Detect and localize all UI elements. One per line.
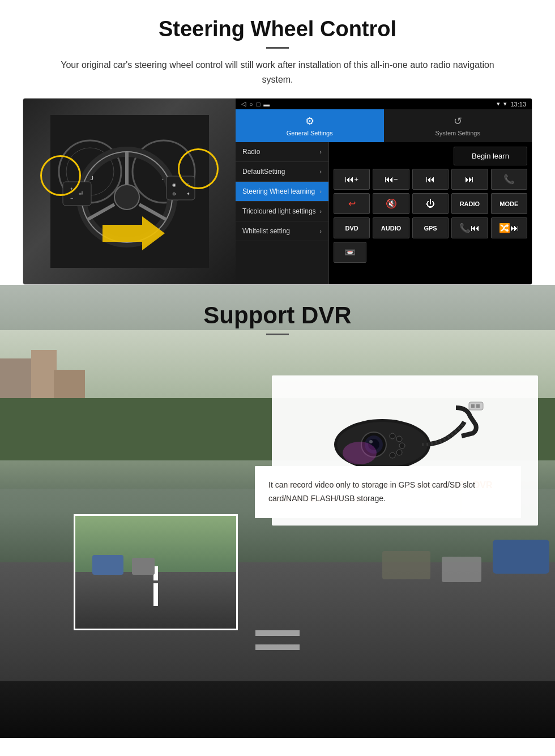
menu-defaultsetting-label: DefaultSetting xyxy=(242,168,285,176)
general-settings-icon: ⚙ xyxy=(305,115,314,127)
nav-menu: ▬ xyxy=(263,101,270,108)
android-tabs: ⚙ General Settings ↺ System Settings xyxy=(236,109,532,142)
chevron-icon: › xyxy=(319,208,322,215)
svg-marker-21 xyxy=(103,216,165,250)
steering-photo: 80 3 + − ⏎ ◉ ≡ xyxy=(23,99,236,284)
dashboard-bottom xyxy=(0,681,555,738)
svg-text:⊚: ⊚ xyxy=(172,191,176,197)
steering-title: Steering Wheel Control xyxy=(23,17,532,41)
dvr-thumbnail xyxy=(74,514,238,630)
ctrl-next-track[interactable]: ⏭ xyxy=(451,169,488,190)
menu-tricoloured[interactable]: Tricoloured light settings › xyxy=(236,202,328,221)
svg-text:◉: ◉ xyxy=(172,182,176,187)
ctrl-answer-call[interactable]: 📞 xyxy=(491,169,527,190)
svg-point-34 xyxy=(396,450,402,455)
chevron-icon: › xyxy=(319,188,322,195)
chevron-icon: › xyxy=(319,228,322,234)
nav-home: ○ xyxy=(249,101,253,108)
ctrl-gps[interactable]: GPS xyxy=(412,217,449,238)
android-statusbar: ◁ ○ □ ▬ ▾ ▾ 13:13 xyxy=(236,99,532,109)
ctrl-vol-up[interactable]: ⏮+ xyxy=(334,169,370,190)
signal-icon: ▾ xyxy=(497,100,500,108)
dvr-camera-svg xyxy=(326,391,484,476)
ctrl-vol-down[interactable]: ⏮− xyxy=(373,169,409,190)
svg-point-30 xyxy=(369,440,373,443)
menu-defaultsetting[interactable]: DefaultSetting › xyxy=(236,162,328,182)
dvr-camera-image xyxy=(285,388,524,479)
svg-point-32 xyxy=(396,436,402,442)
system-settings-icon: ↺ xyxy=(454,115,462,127)
nav-back: ◁ xyxy=(241,100,246,108)
dvr-thumb-inner xyxy=(75,516,236,629)
ctrl-audio[interactable]: AUDIO xyxy=(373,217,409,238)
tab-system-label: System Settings xyxy=(436,130,480,136)
menu-whitelist[interactable]: Whitelist setting › xyxy=(236,221,328,241)
right-highlight-circle xyxy=(178,148,219,189)
steering-demo: 80 3 + − ⏎ ◉ ≡ xyxy=(23,98,532,285)
ctrl-radio[interactable]: RADIO xyxy=(451,193,488,214)
ctrl-prev-track[interactable]: ⏮ xyxy=(412,169,449,190)
svg-point-8 xyxy=(114,185,139,210)
begin-learn-button[interactable]: Begin learn xyxy=(454,147,527,165)
menu-steering-wheel[interactable]: Steering Wheel learning › xyxy=(236,182,328,202)
svg-rect-22 xyxy=(469,402,483,410)
ctrl-power[interactable]: ⏻ xyxy=(412,193,449,214)
svg-rect-23 xyxy=(471,404,475,408)
tab-general-settings[interactable]: ⚙ General Settings xyxy=(236,109,384,142)
menu-steering-label: Steering Wheel learning xyxy=(242,187,315,195)
wifi-icon: ▾ xyxy=(503,100,507,108)
svg-text:✦: ✦ xyxy=(186,191,190,197)
android-right-panel: Begin learn ⏮+ ⏮− ⏮ ⏭ 📞 ↩ 🔇 ⏻ RADI xyxy=(329,142,532,284)
android-content: Radio › DefaultSetting › Steering Wheel … xyxy=(236,142,532,284)
ctrl-end-call[interactable]: ↩ xyxy=(334,193,370,214)
dvr-divider xyxy=(266,334,289,335)
dvr-description: It can record video only to storage in G… xyxy=(255,466,521,518)
ctrl-shuffle-next[interactable]: 🔀⏭ xyxy=(491,217,527,238)
svg-point-35 xyxy=(390,452,395,458)
chevron-icon: › xyxy=(319,168,322,175)
left-highlight-circle xyxy=(40,155,81,196)
svg-point-33 xyxy=(399,443,405,449)
ctrl-dvd[interactable]: DVD xyxy=(334,217,370,238)
control-grid-row1: ⏮+ ⏮− ⏮ ⏭ 📞 xyxy=(334,169,527,190)
control-grid-row3: DVD AUDIO GPS 📞⏮ 🔀⏭ xyxy=(334,217,527,238)
svg-rect-24 xyxy=(476,404,480,408)
menu-whitelist-label: Whitelist setting xyxy=(242,227,290,235)
road-line-1 xyxy=(153,583,158,606)
control-grid-row2: ↩ 🔇 ⏻ RADIO MODE xyxy=(334,193,527,214)
ctrl-mute[interactable]: 🔇 xyxy=(373,193,409,214)
statusbar-time: 13:13 xyxy=(510,101,526,108)
tab-system-settings[interactable]: ↺ System Settings xyxy=(384,109,532,142)
steering-section: Steering Wheel Control Your original car… xyxy=(0,0,555,285)
steering-subtitle: Your original car's steering wheel contr… xyxy=(45,58,510,87)
ctrl-phone-prev[interactable]: 📞⏮ xyxy=(451,217,488,238)
android-ui: ◁ ○ □ ▬ ▾ ▾ 13:13 ⚙ General Settings ↺ S… xyxy=(236,99,532,284)
svg-point-31 xyxy=(390,433,395,439)
svg-point-36 xyxy=(343,442,377,464)
title-divider xyxy=(266,47,289,49)
menu-tricoloured-label: Tricoloured light settings xyxy=(242,207,316,215)
menu-radio[interactable]: Radio › xyxy=(236,142,328,162)
dvr-title: Support DVR xyxy=(0,302,555,329)
dvr-header: Support DVR xyxy=(0,285,555,341)
menu-radio-label: Radio xyxy=(242,148,260,156)
svg-text:⏎: ⏎ xyxy=(79,191,83,197)
dvr-info-card: (Optional function, require to buy exter… xyxy=(272,375,538,526)
android-menu: Radio › DefaultSetting › Steering Wheel … xyxy=(236,142,329,284)
tab-general-label: General Settings xyxy=(287,130,333,136)
ctrl-mode[interactable]: MODE xyxy=(491,193,527,214)
arrow-svg xyxy=(103,216,165,250)
control-grid-row4: 📼 xyxy=(334,242,527,263)
chevron-icon: › xyxy=(319,148,322,155)
ctrl-record[interactable]: 📼 xyxy=(334,242,366,263)
nav-square: □ xyxy=(257,101,261,108)
dvr-section: Support DVR (Optional function, require … xyxy=(0,285,555,738)
svg-text:−: − xyxy=(70,195,73,201)
